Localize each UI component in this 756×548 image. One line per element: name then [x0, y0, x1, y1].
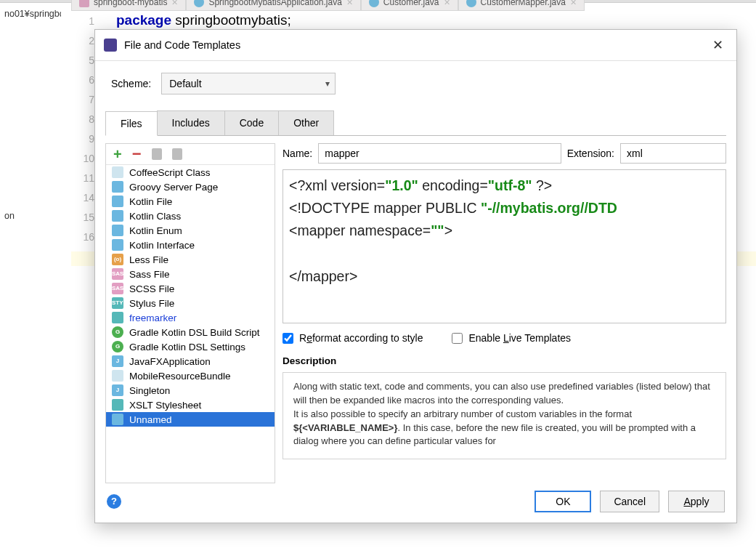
tab-close-icon[interactable]: ✕ [444, 0, 450, 7]
template-list-pane: + − CoffeeScript ClassGroovy Server Page… [105, 143, 275, 483]
template-file-icon: J [112, 355, 123, 367]
template-item[interactable]: Groovy Server Page [106, 180, 275, 194]
ok-button[interactable]: OK [535, 491, 591, 512]
apply-button[interactable]: Apply [668, 491, 725, 512]
templates-dialog: File and Code Templates ✕ Scheme: Defaul… [94, 29, 737, 523]
paste-icon[interactable] [172, 148, 182, 160]
tab-close-icon[interactable]: ✕ [570, 0, 577, 7]
template-item[interactable]: STYLStylus File [106, 296, 275, 310]
template-item[interactable]: SASSSass File [106, 267, 275, 281]
tab-file-icon [194, 0, 204, 7]
template-file-icon: SASS [112, 268, 123, 280]
description-box: Along with static text, code and comment… [283, 372, 726, 459]
template-file-icon [112, 312, 123, 323]
template-item[interactable]: Unnamed [106, 412, 275, 427]
tab-bar: FilesIncludesCodeOther [105, 110, 726, 136]
editor-tab[interactable]: CustomerMapper.java✕ [458, 0, 585, 11]
template-item[interactable]: Kotlin Interface [106, 238, 275, 252]
template-item[interactable]: JJavaFXApplication [106, 354, 275, 368]
template-file-icon [112, 225, 123, 236]
template-item[interactable]: (o)Less File [106, 252, 275, 267]
template-file-icon [112, 210, 123, 222]
template-file-icon [112, 414, 123, 425]
template-file-icon [112, 196, 123, 207]
editor-tab[interactable]: springboot-mybatis✕ [71, 0, 186, 11]
template-item[interactable]: GGradle Kotlin DSL Settings [106, 339, 275, 354]
template-file-icon [112, 370, 123, 382]
template-file-icon [112, 181, 123, 193]
dialog-title: File and Code Templates [124, 39, 240, 51]
template-list[interactable]: CoffeeScript ClassGroovy Server PageKotl… [106, 165, 275, 483]
tab-file-icon [369, 0, 379, 7]
template-file-icon: G [112, 341, 123, 352]
project-tree[interactable]: no01¥springboon [0, 6, 65, 413]
template-item[interactable]: freemarker [106, 310, 275, 325]
remove-icon[interactable]: − [132, 150, 142, 158]
template-item[interactable]: SASSSCSS File [106, 281, 275, 296]
code-area[interactable]: package springbootmybatis; [116, 12, 291, 28]
template-file-icon [112, 239, 123, 251]
tab-code[interactable]: Code [224, 110, 279, 135]
template-toolbar: + − [106, 144, 275, 165]
template-item[interactable]: Kotlin Enum [106, 223, 275, 238]
template-file-icon: STYL [112, 297, 123, 309]
tab-close-icon[interactable]: ✕ [171, 0, 178, 7]
dialog-titlebar: File and Code Templates ✕ [95, 30, 736, 61]
template-item[interactable]: Kotlin Class [106, 209, 275, 223]
template-item[interactable]: MobileResourceBundle [106, 368, 275, 383]
tab-file-icon [466, 0, 476, 7]
template-item[interactable]: CoffeeScript Class [106, 165, 275, 180]
live-templates-checkbox-label[interactable]: Enable Live Templates [452, 332, 571, 344]
project-node[interactable]: no01¥springbo [4, 9, 61, 19]
reformat-checkbox-label[interactable]: Reformat according to style [283, 332, 423, 344]
extension-label: Extension: [567, 148, 614, 159]
tab-files[interactable]: Files [105, 111, 158, 136]
keyword-package: package [116, 12, 171, 28]
add-icon[interactable]: + [113, 149, 122, 159]
template-file-icon [112, 166, 123, 178]
reformat-checkbox[interactable] [283, 333, 293, 344]
copy-icon[interactable] [152, 148, 162, 160]
live-templates-checkbox[interactable] [452, 333, 463, 344]
template-item[interactable]: Kotlin File [106, 194, 275, 209]
template-file-icon: (o) [112, 254, 123, 265]
description-label: Description [283, 355, 726, 366]
tab-file-icon [79, 0, 89, 7]
tab-includes[interactable]: Includes [157, 110, 225, 135]
scheme-label: Scheme: [111, 78, 151, 89]
template-item[interactable]: JSingleton [106, 383, 275, 398]
template-item[interactable]: XSLT Stylesheet [106, 398, 275, 412]
editor-tab[interactable]: SpringbootMybatisApplication.java✕ [186, 0, 360, 11]
template-file-icon [112, 399, 123, 411]
editor-tab[interactable]: Customer.java✕ [361, 0, 458, 11]
extension-input[interactable] [620, 143, 726, 164]
template-file-icon: J [112, 384, 123, 396]
template-name-input[interactable] [318, 143, 561, 164]
package-name: springbootmybatis; [171, 12, 291, 28]
help-icon[interactable]: ? [107, 494, 121, 509]
template-editor[interactable]: <?xml version="1.0" encoding="utf-8" ?> … [283, 169, 726, 323]
name-label: Name: [283, 148, 312, 159]
template-item[interactable]: GGradle Kotlin DSL Build Script [106, 325, 275, 339]
cancel-button[interactable]: Cancel [600, 491, 659, 512]
tab-other[interactable]: Other [278, 110, 334, 135]
template-file-icon: G [112, 326, 123, 338]
project-node[interactable]: on [4, 211, 61, 221]
close-icon[interactable]: ✕ [708, 36, 728, 55]
app-icon [104, 39, 117, 52]
template-file-icon: SASS [112, 283, 123, 294]
scheme-select[interactable]: Default [161, 73, 336, 94]
tab-close-icon[interactable]: ✕ [346, 0, 353, 7]
dialog-button-bar: ? OK Cancel Apply [95, 483, 736, 523]
